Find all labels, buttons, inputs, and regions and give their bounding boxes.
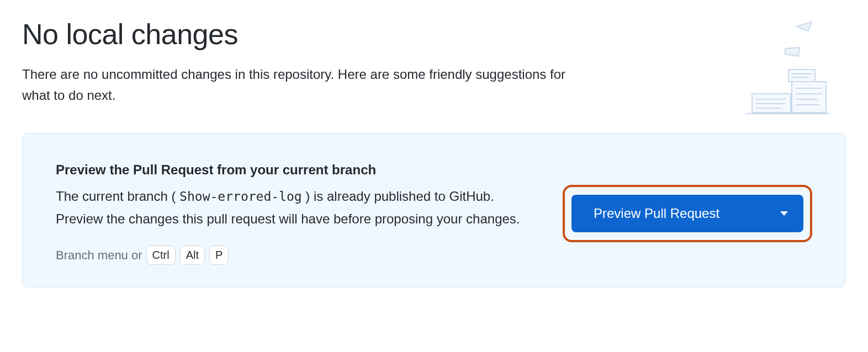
preview-pull-request-button[interactable]: Preview Pull Request [571, 195, 803, 232]
suggestion-title: Preview the Pull Request from your curre… [56, 162, 541, 178]
svg-rect-9 [788, 70, 815, 82]
page-subtitle: There are no uncommitted changes in this… [22, 64, 574, 106]
svg-rect-4 [792, 82, 826, 113]
shortcut-hint: Branch menu or Ctrl Alt P [56, 246, 541, 265]
page-title: No local changes [22, 18, 846, 51]
caret-down-icon [780, 211, 788, 216]
hint-prefix: Branch menu or [56, 248, 142, 263]
suggestion-body: The current branch ( Show-errored-log ) … [56, 185, 541, 231]
branch-name: Show-errored-log [179, 189, 302, 204]
kbd-p: P [209, 246, 229, 265]
preview-button-label: Preview Pull Request [594, 206, 719, 221]
svg-rect-0 [752, 94, 791, 113]
suggestion-panel: Preview the Pull Request from your curre… [22, 133, 846, 288]
kbd-alt: Alt [180, 246, 205, 265]
suggestion-body-prefix: The current branch ( [56, 189, 176, 204]
preview-button-highlight: Preview Pull Request [563, 185, 812, 242]
kbd-ctrl: Ctrl [146, 246, 176, 265]
